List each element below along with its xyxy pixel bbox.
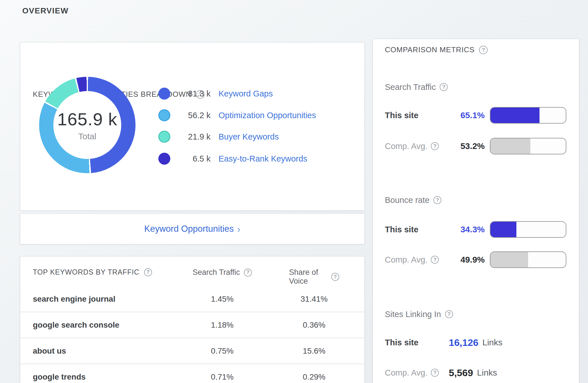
share-of-voice-cell: 0.29% xyxy=(303,372,325,382)
progress-bar xyxy=(490,251,566,268)
links-unit: Links xyxy=(477,368,497,378)
help-icon[interactable]: ? xyxy=(433,196,441,204)
card-title: COMPARISON METRICS xyxy=(385,45,474,54)
share-of-voice-cell: 0.36% xyxy=(303,320,325,330)
keyword-donut-chart: 165.9 k Total xyxy=(39,77,136,173)
comparison-metrics-card: COMPARISON METRICS ? Search Traffic ? Th… xyxy=(373,39,579,383)
row-label: Comp. Avg. ? xyxy=(385,142,448,151)
legend-item: 6.5 k Easy-to-Rank Keywords xyxy=(158,152,307,165)
legend-dot-keyword-gaps xyxy=(158,88,170,100)
keyword-cell: google search console xyxy=(33,320,119,330)
legend-dot-easy-to-rank-keywords xyxy=(158,153,170,165)
row-label: Comp. Avg. ? xyxy=(385,368,448,378)
table-row: about us 0.75% 15.6% xyxy=(20,338,364,364)
card-header: COMPARISON METRICS ? xyxy=(385,45,488,54)
progress-bar-fill xyxy=(490,252,528,267)
keyword-opportunities-breakdown-card: KEYWORD OPPORTUNITIES BREAKDOWN ? 165.9 … xyxy=(20,42,365,211)
metric-value: 34.3% xyxy=(448,225,485,234)
search-traffic-cell: 1.18% xyxy=(211,320,233,330)
table-row: google trends 0.71% 0.29% xyxy=(20,364,364,383)
share-of-voice-cell: 15.6% xyxy=(303,346,325,356)
keyword-opportunities-link-card: Keyword Opportunities › xyxy=(20,213,365,244)
progress-bar xyxy=(490,107,566,124)
search-traffic-cell: 0.71% xyxy=(211,372,233,382)
metric-row-this-site: This site 65.1% xyxy=(385,107,569,124)
help-icon[interactable]: ? xyxy=(144,268,152,276)
top-keywords-card: TOP KEYWORDS BY TRAFFIC ? Search Traffic… xyxy=(20,256,365,383)
page-title: OVERVIEW xyxy=(22,6,68,15)
help-icon[interactable]: ? xyxy=(479,46,488,54)
donut-center: 165.9 k Total xyxy=(53,91,121,159)
table-row: google search console 1.18% 0.36% xyxy=(20,312,364,338)
progress-bar xyxy=(490,221,566,238)
legend-link-easy-to-rank-keywords[interactable]: Easy-to-Rank Keywords xyxy=(219,154,307,164)
legend-dot-optimization-opportunities xyxy=(158,109,170,121)
legend-item: 56.2 k Optimization Opportunities xyxy=(158,109,316,122)
help-icon[interactable]: ? xyxy=(440,83,448,91)
help-icon[interactable]: ? xyxy=(244,269,252,277)
metric-section-search-traffic: Search Traffic ? xyxy=(385,82,448,92)
metric-row-this-site: This site 34.3% xyxy=(385,221,569,238)
help-icon[interactable]: ? xyxy=(445,310,453,318)
help-icon[interactable]: ? xyxy=(431,142,439,150)
row-label: This site xyxy=(385,338,448,347)
search-traffic-cell: 1.45% xyxy=(211,295,233,304)
progress-bar-fill xyxy=(490,108,539,123)
legend-link-keyword-gaps[interactable]: Keyword Gaps xyxy=(219,89,273,98)
links-count: 5,569 xyxy=(449,367,473,378)
metric-value: 65.1% xyxy=(448,110,485,120)
links-unit: Links xyxy=(482,338,502,347)
metric-value: 49.9% xyxy=(448,255,485,265)
chevron-right-icon: › xyxy=(237,223,240,235)
legend-item: 21.9 k Buyer Keywords xyxy=(158,130,279,143)
legend-item: 81.3 k Keyword Gaps xyxy=(158,87,273,100)
keywords-table-body: search engine journal 1.45% 31.41% googl… xyxy=(20,286,364,383)
legend-link-optimization-opportunities[interactable]: Optimization Opportunities xyxy=(219,111,316,120)
legend-link-buyer-keywords[interactable]: Buyer Keywords xyxy=(219,132,279,142)
progress-bar-fill xyxy=(490,222,516,237)
row-label: This site xyxy=(385,111,448,120)
link-label: Keyword Opportunities xyxy=(144,224,234,234)
legend-value: 21.9 k xyxy=(170,132,211,142)
keyword-cell: search engine journal xyxy=(33,295,115,304)
metric-row-comp-avg: Comp. Avg. ? 49.9% xyxy=(385,251,569,268)
help-icon[interactable]: ? xyxy=(431,256,439,264)
progress-bar-fill xyxy=(490,138,530,154)
help-icon[interactable]: ? xyxy=(431,369,439,377)
donut-total-label: Total xyxy=(78,132,96,141)
legend-value: 56.2 k xyxy=(170,111,211,120)
keyword-cell: google trends xyxy=(33,372,86,382)
donut-total-value: 165.9 k xyxy=(57,109,117,129)
progress-bar xyxy=(490,138,566,154)
row-label: This site xyxy=(385,225,448,234)
table-title: TOP KEYWORDS BY TRAFFIC xyxy=(33,268,140,276)
legend-value: 6.5 k xyxy=(170,154,211,164)
metric-section-sites-linking-in: Sites Linking In ? xyxy=(385,309,453,319)
metric-row-comp-avg: Comp. Avg. ? 5,569 Links xyxy=(385,366,569,380)
column-header-share-of-voice: Share of Voice ? xyxy=(289,268,339,286)
metric-row-this-site: This site 16,126 Links xyxy=(385,336,569,349)
keyword-opportunities-link[interactable]: Keyword Opportunities › xyxy=(20,214,364,244)
metric-row-comp-avg: Comp. Avg. ? 53.2% xyxy=(385,138,569,154)
column-header-search-traffic: Search Traffic ? xyxy=(193,268,252,277)
metric-value: 53.2% xyxy=(448,141,485,151)
seo-overview-dashboard: OVERVIEW KEYWORD OPPORTUNITIES BREAKDOWN… xyxy=(0,0,588,383)
metric-section-bounce-rate: Bounce rate ? xyxy=(385,195,441,205)
share-of-voice-cell: 31.41% xyxy=(301,295,328,304)
help-icon[interactable]: ? xyxy=(331,273,339,281)
legend-dot-buyer-keywords xyxy=(158,131,170,143)
legend-value: 81.3 k xyxy=(170,89,211,98)
search-traffic-cell: 0.75% xyxy=(211,346,233,356)
row-label: Comp. Avg. ? xyxy=(385,255,448,265)
keyword-cell: about us xyxy=(33,346,66,356)
table-header: TOP KEYWORDS BY TRAFFIC ? xyxy=(33,268,152,276)
links-count: 16,126 xyxy=(449,337,478,348)
table-row: search engine journal 1.45% 31.41% xyxy=(20,286,364,312)
